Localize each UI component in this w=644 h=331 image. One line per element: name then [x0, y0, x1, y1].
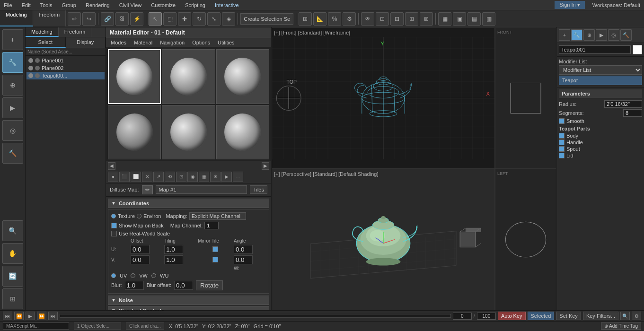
blur-input[interactable] [125, 281, 144, 290]
u-tiling-input[interactable] [164, 245, 183, 254]
modifier-dropdown[interactable]: Modifier List [559, 65, 642, 75]
create-tab-btn[interactable]: + [559, 29, 570, 41]
snap-percent-btn[interactable]: % [328, 12, 341, 26]
blur-offset-input[interactable] [174, 281, 193, 290]
redo-btn[interactable]: ↪ [82, 12, 96, 26]
motion-btn[interactable]: ▶ [2, 97, 23, 118]
mat-sample-6[interactable] [216, 105, 269, 159]
mat-tb-sphere[interactable]: ● [108, 172, 118, 182]
nav-field-btn[interactable]: ⊞ [2, 288, 23, 309]
search-icon[interactable]: 🔍 [620, 312, 630, 320]
view-btn[interactable]: 👁 [361, 12, 374, 26]
u-angle-input[interactable] [234, 245, 253, 254]
viewport-bottomright[interactable]: LEFT [495, 169, 556, 310]
noise-header[interactable]: Noise [108, 296, 269, 305]
render-btn4[interactable]: ▥ [482, 12, 495, 26]
play-next-btn[interactable]: ⏩ [37, 312, 46, 320]
mat-tb-bg[interactable]: ▦ [199, 172, 209, 182]
nav-pan-btn[interactable]: ✋ [2, 243, 23, 264]
tab-display[interactable]: Display [66, 37, 106, 48]
menu-signin[interactable]: Sign In ▾ [555, 1, 584, 9]
timeline-slider[interactable] [60, 314, 451, 318]
undo-btn[interactable]: ↩ [68, 12, 81, 26]
menu-scripting[interactable]: Scripting [183, 2, 207, 8]
select-region-btn[interactable]: ⬚ [163, 12, 176, 26]
mat-sample-4[interactable] [108, 105, 161, 159]
mat-tb-video[interactable]: ▶ [221, 172, 232, 182]
vw-radio[interactable] [131, 273, 135, 278]
list-item[interactable]: Teapot00... [26, 72, 105, 79]
menu-tools[interactable]: Tools [38, 2, 54, 8]
move-btn[interactable]: ✚ [178, 12, 191, 26]
play-btn[interactable]: ▶ [26, 312, 35, 320]
menu-group[interactable]: Group [60, 2, 78, 8]
mat-menu-options[interactable]: Options [190, 39, 212, 46]
menu-edit[interactable]: Edit [20, 2, 33, 8]
unlink-btn[interactable]: ⛓ [115, 12, 129, 26]
mat-sample-1[interactable] [108, 49, 161, 104]
standard-controls-header[interactable]: Standard Controls [108, 306, 269, 310]
show-map-back-cb[interactable] [111, 223, 117, 228]
segments-input[interactable] [623, 109, 642, 117]
mat-menu-material[interactable]: Material [132, 39, 154, 46]
frame-current-input[interactable] [453, 313, 472, 320]
motion-tab-btn[interactable]: ▶ [596, 29, 607, 41]
menu-file[interactable]: File [2, 2, 14, 8]
handle-cb[interactable] [559, 139, 565, 145]
scene-tab-freeform[interactable]: Freeform [59, 27, 92, 37]
lid-cb[interactable] [559, 153, 565, 158]
smooth-cb[interactable] [559, 118, 565, 124]
menu-civilview[interactable]: Civil View [117, 2, 143, 8]
autokey-btn[interactable]: Auto Key [498, 312, 526, 320]
map-dropdown[interactable]: Map #1 [156, 185, 247, 194]
rotate-btn[interactable]: Rotate [196, 280, 223, 290]
display-tab-btn[interactable]: ◎ [608, 29, 619, 41]
teapot-modifier-item[interactable]: Teapot [559, 76, 642, 85]
tab-freeform[interactable]: Freeform [33, 10, 66, 26]
menu-rendering[interactable]: Rendering [84, 2, 112, 8]
u-offset-input[interactable] [131, 245, 150, 254]
select-btn[interactable]: ↖ [149, 12, 162, 26]
mat-tb-reset[interactable]: ⟲ [165, 172, 175, 182]
map-channel-val[interactable]: 1 [204, 222, 219, 229]
radius-input[interactable] [604, 100, 642, 108]
texture-radio[interactable] [111, 214, 116, 218]
v-offset-input[interactable] [131, 255, 150, 264]
body-cb[interactable] [559, 133, 565, 139]
render-btn2[interactable]: ▣ [453, 12, 466, 26]
mat-sample-5[interactable] [162, 105, 215, 159]
mat-tb-box[interactable]: ⬜ [131, 172, 141, 182]
viewport-perspective[interactable]: [+] [Perspective] [Standard] [Default Sh… [272, 169, 495, 310]
menu-interactive[interactable]: Interactive [213, 2, 241, 8]
u-mirror-cb[interactable] [212, 246, 218, 252]
scene-tab-modeling[interactable]: Modeling [26, 27, 59, 37]
nav-zoom-btn[interactable]: 🔍 [2, 220, 23, 241]
viewport-topright[interactable]: FRONT [495, 27, 556, 169]
setkey-btn[interactable]: Set Key [556, 312, 581, 320]
real-world-cb[interactable] [111, 231, 117, 236]
mapping-dropdown[interactable]: Explicit Map Channel [189, 212, 246, 220]
create-panel-btn[interactable]: + [2, 29, 23, 50]
snap-angle-btn[interactable]: 📐 [313, 12, 326, 26]
view5-btn[interactable]: ⊠ [420, 12, 433, 26]
snap-btn[interactable]: ⊞ [299, 12, 312, 26]
play-end-btn[interactable]: ⏭ [48, 312, 58, 320]
tab-select[interactable]: Select [26, 37, 66, 48]
selected-btn[interactable]: Selected [528, 312, 555, 320]
maxscript-input[interactable]: MAXScript Mi... [3, 322, 69, 330]
mat-menu-utilities[interactable]: Utilities [216, 39, 236, 46]
mat-tb-assign[interactable]: ↗ [153, 172, 164, 182]
settings-icon[interactable]: ⚙ [632, 312, 641, 320]
mat-tb-delete[interactable]: ✕ [142, 172, 152, 182]
create-selection-btn[interactable]: Create Selection Se [240, 13, 293, 25]
tiles-btn[interactable]: Tiles [250, 185, 267, 194]
viewport-front[interactable]: [+] [Front] [Standard] [Wireframe] X Y [272, 27, 495, 169]
add-time-tag-btn[interactable]: ⊕ Add Time Tag [601, 322, 641, 330]
modify-panel-btn[interactable]: 🔧 [2, 52, 23, 73]
view4-btn[interactable]: ⊞ [405, 12, 418, 26]
utilities-btn[interactable]: 🔨 [2, 143, 23, 164]
environ-radio[interactable] [137, 214, 141, 218]
render-btn3[interactable]: ▤ [468, 12, 481, 26]
coordinates-header[interactable]: Coordinates [108, 199, 269, 208]
mat-menu-navigation[interactable]: Navigation [158, 39, 186, 46]
